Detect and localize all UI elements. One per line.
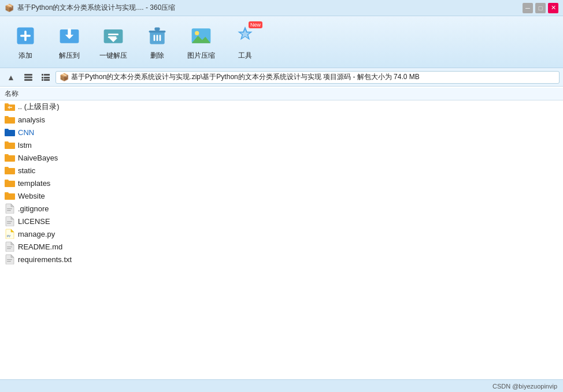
file-type-icon <box>5 114 15 125</box>
watermark-text: CSDN @biyezuopinvip <box>492 383 557 390</box>
svg-rect-29 <box>7 210 11 211</box>
image-compress-icon <box>188 23 214 48</box>
maximize-button[interactable]: □ <box>535 3 546 13</box>
file-name-text: NaiveBayes <box>18 154 58 162</box>
svg-rect-13 <box>154 35 155 41</box>
list-item[interactable]: requirements.txt <box>0 253 563 266</box>
svg-rect-20 <box>24 76 32 78</box>
file-area: 名称 .. (上级目录) analysis CNN lstm NaiveBaye… <box>0 87 563 379</box>
add-icon <box>13 23 38 48</box>
list-item[interactable]: templates <box>0 177 563 189</box>
svg-rect-7 <box>108 33 118 35</box>
list-item[interactable]: LICENSE <box>0 215 563 227</box>
svg-rect-19 <box>24 74 32 76</box>
title-text: 基于Python的文本分类系统设计与实现.... - 360压缩 <box>17 3 175 13</box>
list-item[interactable]: py manage.py <box>0 227 563 240</box>
column-name-header: 名称 <box>5 89 18 99</box>
file-type-icon <box>5 241 15 252</box>
path-icon: 📦 <box>60 73 69 81</box>
file-type-icon <box>5 165 15 176</box>
file-name-text: Website <box>18 192 45 200</box>
close-button[interactable]: ✕ <box>548 3 558 13</box>
svg-rect-15 <box>160 35 161 41</box>
svg-rect-12 <box>154 27 160 30</box>
list-item[interactable]: CNN <box>0 126 563 139</box>
list-item[interactable]: .. (上级目录) <box>0 100 563 113</box>
delete-button[interactable]: 删除 <box>138 20 177 64</box>
minimize-button[interactable]: ─ <box>523 3 533 13</box>
file-type-icon <box>5 216 15 226</box>
file-name-text: .gitignore <box>18 204 49 213</box>
toolbar: 添加 解压到 一键解压 <box>0 16 563 68</box>
file-list: 名称 .. (上级目录) analysis CNN lstm NaiveBaye… <box>0 87 563 379</box>
file-name-text: analysis <box>18 115 45 124</box>
file-list-header: 名称 <box>0 88 563 100</box>
nav-detail-view-button[interactable] <box>38 70 53 84</box>
svg-rect-5 <box>68 28 71 37</box>
file-type-icon <box>5 178 15 188</box>
svg-rect-26 <box>42 79 43 81</box>
svg-rect-22 <box>42 74 43 76</box>
status-bar: CSDN @biyezuopinvip <box>0 379 563 392</box>
add-button[interactable]: 添加 <box>6 20 45 64</box>
svg-rect-36 <box>7 261 11 262</box>
list-item[interactable]: NaiveBayes <box>0 151 563 164</box>
svg-rect-27 <box>44 79 50 81</box>
file-items-container: .. (上级目录) analysis CNN lstm NaiveBayes s… <box>0 100 563 266</box>
svg-rect-2 <box>20 35 31 37</box>
nav-bar: ▲ 📦 基于Python的文本分类系统设计与实现.zip\基于Python的文本… <box>0 68 563 87</box>
file-type-icon <box>5 254 15 264</box>
svg-point-17 <box>195 31 199 35</box>
path-text: 基于Python的文本分类系统设计与实现.zip\基于Python的文本分类系统… <box>71 72 420 82</box>
file-name-text: .. (上级目录) <box>18 102 60 112</box>
one-click-icon <box>101 23 126 48</box>
svg-rect-30 <box>7 221 12 222</box>
add-label: 添加 <box>18 51 32 61</box>
image-compress-button[interactable]: 图片压缩 <box>182 20 221 64</box>
file-name-text: CNN <box>18 128 34 137</box>
one-click-extract-button[interactable]: 一键解压 <box>94 20 133 64</box>
nav-back-button[interactable]: ▲ <box>3 70 18 84</box>
svg-text:py: py <box>7 234 10 237</box>
svg-rect-25 <box>44 77 50 79</box>
file-name-text: manage.py <box>18 230 55 238</box>
tools-button[interactable]: New 工具 <box>225 20 265 64</box>
extract-to-icon <box>57 23 82 48</box>
svg-rect-24 <box>42 77 43 79</box>
svg-rect-21 <box>24 79 32 81</box>
list-item[interactable]: lstm <box>0 139 563 151</box>
file-type-icon <box>5 140 15 150</box>
extract-to-button[interactable]: 解压到 <box>50 20 89 64</box>
one-click-label: 一键解压 <box>99 51 127 61</box>
delete-label: 删除 <box>150 51 164 61</box>
delete-icon <box>145 23 170 48</box>
list-item[interactable]: README.md <box>0 240 563 253</box>
file-type-icon <box>5 127 15 137</box>
file-name-text: requirements.txt <box>18 255 72 264</box>
list-item[interactable]: .gitignore <box>0 202 563 215</box>
svg-rect-14 <box>157 35 158 41</box>
svg-rect-28 <box>7 208 12 209</box>
list-item[interactable]: analysis <box>0 113 563 126</box>
file-type-icon <box>5 152 15 163</box>
file-name-text: LICENSE <box>18 217 50 226</box>
svg-rect-34 <box>7 248 11 249</box>
file-type-icon: py <box>5 229 15 239</box>
tools-label: 工具 <box>238 51 252 61</box>
svg-rect-33 <box>7 247 12 247</box>
extract-to-label: 解压到 <box>59 51 80 61</box>
list-item[interactable]: Website <box>0 189 563 202</box>
window-controls: ─ □ ✕ <box>523 3 558 13</box>
list-item[interactable]: static <box>0 164 563 177</box>
new-badge: New <box>249 21 262 28</box>
nav-list-view-button[interactable] <box>21 70 36 84</box>
file-name-text: lstm <box>18 141 32 150</box>
svg-rect-31 <box>7 223 11 223</box>
file-type-icon <box>5 203 15 214</box>
image-compress-label: 图片压缩 <box>187 51 215 61</box>
app-icon: 📦 <box>5 3 14 13</box>
svg-rect-23 <box>44 74 50 76</box>
svg-rect-35 <box>7 259 12 260</box>
file-name-text: static <box>18 166 35 175</box>
file-type-icon <box>5 191 15 201</box>
